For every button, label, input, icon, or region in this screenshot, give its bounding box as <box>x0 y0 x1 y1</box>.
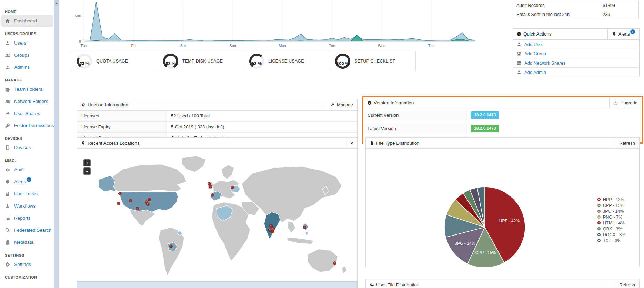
info-icon <box>517 32 521 36</box>
map-marker[interactable] <box>129 199 132 202</box>
sidebar-item-reports[interactable]: Reports <box>0 212 54 224</box>
map-marker[interactable] <box>119 192 122 195</box>
sidebar-item-admins[interactable]: Admins <box>0 61 54 73</box>
map-marker[interactable] <box>303 226 306 229</box>
admin-dashboard: HOMEDashboardUSERS/GROUPSUsersGroupsAdmi… <box>0 0 644 288</box>
sidebar-item-label: Alerts <box>14 179 26 184</box>
map-marker[interactable] <box>211 194 214 197</box>
stat-value: 239 <box>598 10 638 19</box>
sidebar-section-devices: DEVICES <box>0 132 54 142</box>
map-marker[interactable] <box>147 203 150 206</box>
svg-text:Wed: Wed <box>378 44 385 48</box>
map-marker[interactable] <box>209 185 212 188</box>
upgrade-button[interactable]: Upgrade <box>609 97 642 108</box>
sidebar-item-groups[interactable]: Groups <box>0 49 54 61</box>
admin-icon <box>5 65 10 70</box>
add-admin-link[interactable]: Add Admin <box>513 67 639 77</box>
row-value: 18.2.0.1473 <box>467 122 503 135</box>
legend-item-txt-3[interactable]: TXT - 3% <box>597 238 625 243</box>
sidebar-item-user-shares[interactable]: User Shares <box>0 107 54 119</box>
users-icon <box>370 282 374 287</box>
sidebar-item-workflows[interactable]: Workflows <box>0 200 54 212</box>
legend-item-html-4[interactable]: HTML - 4% <box>597 220 625 226</box>
sidebar-item-user-locks[interactable]: User Locks <box>0 188 54 200</box>
map-header: Recent Access Locations × <box>77 138 357 149</box>
map-marker[interactable] <box>136 207 139 210</box>
scroll-up-arrow[interactable]: ▲ <box>54 0 59 6</box>
sidebar-item-team-folders[interactable]: Team Folders <box>0 83 54 95</box>
sidebar-item-dashboard[interactable]: Dashboard <box>1 15 53 27</box>
admin-icon <box>516 70 522 75</box>
bell-icon <box>612 32 616 36</box>
legend-marker <box>597 215 601 219</box>
quick-actions-panel: Quick Actions Alerts ! Add UserAdd Group… <box>513 28 640 77</box>
quick-actions-header: Quick Actions Alerts ! <box>513 29 639 40</box>
map-marker[interactable] <box>231 186 234 189</box>
legend-item-docx-3[interactable]: DOCX - 3% <box>597 232 625 238</box>
sidebar-item-label: Settings <box>14 262 31 267</box>
sidebar-item-alerts[interactable]: Alerts! <box>0 176 54 188</box>
refresh-user-file-button[interactable]: Refresh <box>615 279 639 288</box>
manage-button[interactable]: Manage <box>326 99 357 110</box>
add-user-link[interactable]: Add User <box>513 40 639 49</box>
license-information-panel: License Information Manage Licenses52 Us… <box>77 99 358 144</box>
map-marker[interactable] <box>268 229 271 232</box>
license-information-header: License Information Manage <box>77 99 357 111</box>
map-marker[interactable] <box>270 224 273 228</box>
close-map-button[interactable]: × <box>346 138 357 148</box>
sidebar-item-devices[interactable]: Devices <box>0 142 54 154</box>
map-marker[interactable] <box>170 245 173 248</box>
key-icon <box>5 123 10 128</box>
alerts-button[interactable]: Alerts ! <box>607 29 639 39</box>
map-marker[interactable] <box>208 182 211 185</box>
sidebar-item-federated-search[interactable]: Federated Search <box>0 224 54 236</box>
svg-text:0: 0 <box>79 39 81 44</box>
sidebar-item-label: Federated Search <box>14 228 51 233</box>
legend-item-cpp-15[interactable]: CPP - 15% <box>597 202 625 208</box>
sidebar-item-network-folders[interactable]: Network Folders <box>0 95 54 107</box>
svg-text:Sun: Sun <box>229 44 236 48</box>
gauge-dial: 100 % <box>335 53 351 69</box>
map-marker[interactable] <box>272 227 275 230</box>
row-label: License Expiry <box>77 122 167 132</box>
drive-icon <box>516 60 522 66</box>
file-type-distribution-title: File Type Distribution <box>376 141 420 146</box>
sidebar-item-settings[interactable]: Settings <box>0 258 54 270</box>
sidebar-item-label: Metadata <box>14 240 33 245</box>
sidebar-item-users[interactable]: Users <box>0 37 54 49</box>
map-zoom-out-button[interactable]: − <box>83 167 91 175</box>
sidebar-item-label: Groups <box>14 52 29 58</box>
sidebar-item-folder-permissions[interactable]: Folder Permissions <box>0 119 54 132</box>
legend-item-png-7[interactable]: PNG - 7% <box>597 214 625 220</box>
stat-label: Audit Records <box>513 3 598 8</box>
legend-label: PNG - 7% <box>603 215 622 220</box>
legend-item-hpp-42[interactable]: HPP - 42% <box>597 196 625 202</box>
legend-item-jpg-14[interactable]: JPG - 14% <box>597 208 625 214</box>
map-marker[interactable] <box>333 262 336 265</box>
eye-icon <box>5 167 10 173</box>
pie-slice-label: HPP - 42% <box>499 219 520 223</box>
add-group-link[interactable]: Add Group <box>513 49 639 58</box>
map-zoom-in-button[interactable]: + <box>83 159 91 166</box>
map-marker[interactable] <box>117 202 120 205</box>
users-icon <box>516 51 522 56</box>
map-marker[interactable] <box>148 198 151 201</box>
legend-item-qbk-3[interactable]: QBK - 3% <box>597 226 625 232</box>
legend-label: DOCX - 3% <box>603 232 625 237</box>
sidebar-section-settings: SETTINGS <box>0 248 54 258</box>
refresh-file-type-button[interactable]: Refresh <box>615 138 639 148</box>
world-map: + − <box>77 149 357 288</box>
sidebar-item-audit[interactable]: Audit <box>0 164 54 176</box>
stat-value: 61399 <box>598 1 638 10</box>
sidebar-scrollbar[interactable]: ▲ <box>54 0 59 288</box>
legend-label: HPP - 42% <box>603 197 624 202</box>
add-network-shares-link[interactable]: Add Network Shares <box>513 58 639 67</box>
sidebar-item-metadata[interactable]: Metadata <box>0 236 54 248</box>
folder-icon <box>5 87 10 92</box>
system-stats-panel: Audit Records61399Emails Sent in the las… <box>513 1 639 19</box>
version-row-latest-version: Latest Version18.2.0.1473 <box>363 122 642 135</box>
sidebar-nav: HOMEDashboardUSERS/GROUPSUsersGroupsAdmi… <box>0 5 54 280</box>
svg-text:Tue: Tue <box>329 44 335 48</box>
map-marker[interactable] <box>271 230 274 233</box>
sidebar-section-home: HOME <box>0 5 54 15</box>
